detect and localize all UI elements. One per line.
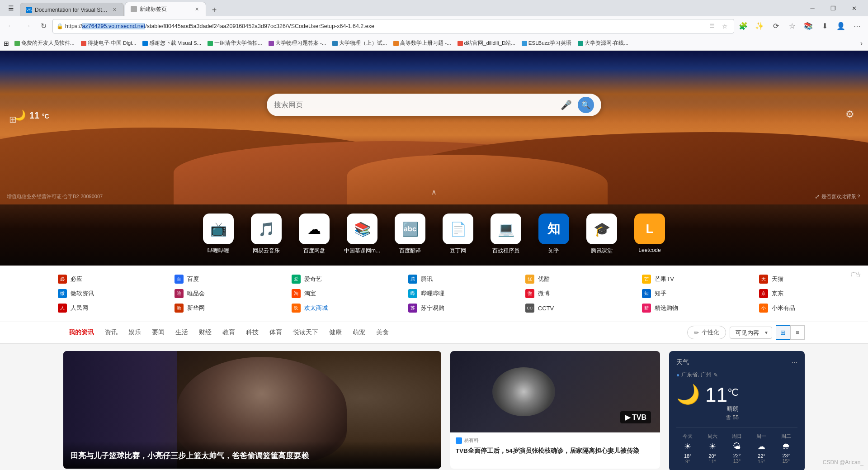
ql-jd[interactable]: 京 京东	[755, 286, 814, 301]
news-tab-education[interactable]: 教育	[217, 322, 241, 343]
news-tab-tech[interactable]: 科技	[241, 322, 264, 343]
ql-baidu[interactable]: 百 百度	[171, 272, 288, 286]
bookmark-4[interactable]: 一组清华大学偷拍...	[205, 38, 265, 48]
refresh-btn[interactable]: ↻	[36, 19, 51, 33]
main-news-card[interactable]: 田亮与儿子篮球比赛，小亮仔三步上篮太帅气，爸爸偷调篮筐高度耍赖	[63, 351, 441, 469]
news-tab-reading[interactable]: 悦读天下	[288, 322, 324, 343]
app-baidu-translate[interactable]: 🔤 百度翻译	[392, 214, 429, 255]
more-options-icon[interactable]: ···	[792, 358, 797, 366]
news-tab-life[interactable]: 生活	[170, 322, 193, 343]
ql-biyingbrowser[interactable]: 必 必应	[54, 272, 171, 286]
app-zhihu[interactable]: 知 知乎	[535, 214, 572, 255]
ql-huantai[interactable]: 欢 欢太商城	[288, 301, 405, 315]
tab-2[interactable]: 新建标签页 ✕	[125, 2, 206, 16]
bookmark-5[interactable]: 大学物理习题答案 -...	[266, 38, 329, 48]
app-netease-icon: 🎵	[251, 214, 282, 244]
bookmark-7[interactable]: 高等数学上册习题 -...	[391, 38, 454, 48]
news-tab-featured[interactable]: 要闻	[146, 322, 170, 343]
new-tab-button[interactable]: +	[208, 4, 221, 16]
ql-cctv[interactable]: CC CCTV	[522, 301, 638, 315]
refresh-toolbar-btn[interactable]: ⟳	[769, 19, 783, 33]
forward-btn[interactable]: →	[20, 19, 34, 33]
tab-1[interactable]: VS Documentation for Visual Studio ✕	[20, 3, 124, 16]
sidebar-toggle-btn[interactable]: ☰	[4, 1, 18, 15]
sidebar-icon: ☰	[8, 5, 14, 12]
ql-tianmao[interactable]: 天 天猫	[755, 272, 814, 286]
news-tab-my[interactable]: 我的资讯	[63, 322, 99, 344]
app-bilibili[interactable]: 📺 哔哩哔哩	[200, 214, 237, 255]
secondary-news-card[interactable]: ▶ TVB 易有料 TVB全面停工后，54岁演员张松枝确诊，居家隔离担心妻儿被传…	[450, 351, 660, 469]
ql-xinhua[interactable]: 新 新华网	[171, 301, 288, 315]
tab-2-close[interactable]: ✕	[193, 5, 200, 13]
app-docin[interactable]: 📄 豆丁网	[439, 214, 476, 255]
app-tencent-class[interactable]: 🎓 腾讯课堂	[583, 214, 620, 255]
restore-btn[interactable]: ❐	[823, 0, 844, 16]
news-tab-finance[interactable]: 财经	[193, 322, 217, 343]
news-tab-news[interactable]: 资讯	[99, 322, 123, 343]
app-netease-music[interactable]: 🎵 网易云音乐	[248, 214, 285, 255]
close-btn[interactable]: ✕	[844, 0, 864, 16]
collapse-arrow[interactable]: ∧	[431, 188, 437, 196]
favorites-btn[interactable]: ☆	[719, 21, 730, 32]
downloads-btn[interactable]: ⬇	[817, 19, 832, 33]
personalize-btn[interactable]: ✏ 个性化	[687, 326, 726, 339]
bookmark-10[interactable]: 大学资源网·在线...	[575, 38, 631, 48]
copilot-btn[interactable]: ✨	[752, 19, 767, 33]
ql-weibo[interactable]: 微 微博	[522, 286, 638, 301]
ql-youku[interactable]: 优 优酷	[522, 272, 638, 286]
bookmark-6[interactable]: 大学物理（上）试...	[330, 38, 390, 48]
news-tab-pets[interactable]: 萌宠	[347, 322, 371, 343]
forecast-tue: 周二 🌧 23° 15°	[775, 433, 797, 464]
reader-mode-btn[interactable]: ☰	[707, 21, 717, 32]
bookmark-2[interactable]: 得捷电子·中国 Digi...	[78, 38, 139, 48]
bookmark-8[interactable]: d站官网_dilidili_D站...	[455, 38, 518, 48]
grid-icon[interactable]: ⊞	[9, 114, 17, 125]
search-submit-btn[interactable]: 🔍	[578, 97, 594, 113]
search-input[interactable]	[274, 101, 554, 109]
content-select[interactable]: 可见内容 热门内容 最新内容	[730, 327, 772, 339]
bookmarks-more[interactable]: ›	[859, 39, 864, 47]
news-tab-entertainment[interactable]: 娱乐	[123, 322, 146, 343]
forecast-tue-low: 15°	[782, 458, 790, 464]
grid-view-btn[interactable]: ⊞	[776, 325, 790, 340]
ql-xiaomi[interactable]: 小 小米有品	[755, 301, 814, 315]
voice-search-btn[interactable]: 🎤	[558, 97, 574, 113]
ql-microsoft-news[interactable]: 微 微软资讯	[54, 286, 171, 301]
ql-taobao[interactable]: 淘 淘宝	[288, 286, 405, 301]
ql-iqiyi[interactable]: 爱 爱奇艺	[288, 272, 405, 286]
ql-shopping[interactable]: 精 精选购物	[638, 301, 755, 315]
minimize-btn[interactable]: ─	[802, 0, 823, 16]
ql-zhihu2[interactable]: 知 知乎	[638, 286, 755, 301]
secondary-news-title: TVB全面停工后，54岁演员张松枝确诊，居家隔离担心妻儿被传染	[456, 446, 655, 456]
ql-suning[interactable]: 苏 苏宁易购	[405, 301, 521, 315]
news-tab-food[interactable]: 美食	[371, 322, 394, 343]
wallpaper-toggle[interactable]: ⤢ 是否喜欢此背景？	[815, 193, 861, 200]
ql-tencent[interactable]: 腾 腾讯	[405, 272, 521, 286]
list-view-btn[interactable]: ≡	[790, 325, 805, 340]
app-baidu-disk[interactable]: ☁ 百度网盘	[296, 214, 333, 255]
weather-temp-display: 11	[705, 385, 727, 405]
bookmark-6-label: 大学物理（上）试...	[339, 40, 387, 47]
profile-btn[interactable]: 👤	[834, 19, 848, 33]
back-btn[interactable]: ←	[4, 19, 18, 33]
more-btn[interactable]: ⋯	[850, 19, 864, 33]
settings-btn[interactable]: ⚙	[845, 109, 854, 120]
bookmark-3[interactable]: 感谢您下载 Visual S...	[140, 38, 204, 48]
favorites-star-btn[interactable]: ☆	[785, 19, 799, 33]
news-tab-health[interactable]: 健康	[324, 322, 347, 343]
edit-location-icon[interactable]: ✎	[713, 372, 718, 378]
collections-btn[interactable]: 📚	[801, 19, 816, 33]
forecast-sun-label: 周日	[732, 433, 742, 440]
app-baizhan[interactable]: 💻 百战程序员	[487, 214, 524, 255]
ql-people[interactable]: 人 人民网	[54, 301, 171, 315]
extensions-btn[interactable]: 🧩	[736, 19, 750, 33]
ql-vipshop[interactable]: 唯 唯品会	[171, 286, 288, 301]
bookmark-1[interactable]: 免费的开发人员软件...	[12, 38, 77, 48]
news-tab-sports[interactable]: 体育	[264, 322, 288, 343]
tab-1-close[interactable]: ✕	[111, 6, 118, 14]
app-mooc[interactable]: 📚 中国慕课网m...	[344, 214, 381, 255]
ql-bilibili2[interactable]: 哔 哔哩哔哩	[405, 286, 521, 301]
app-leetcode[interactable]: L Leetcode	[631, 214, 668, 255]
bookmark-9[interactable]: ESLBuzz学习英语	[519, 38, 574, 48]
ql-mango[interactable]: 芒 芒果TV	[638, 272, 755, 286]
